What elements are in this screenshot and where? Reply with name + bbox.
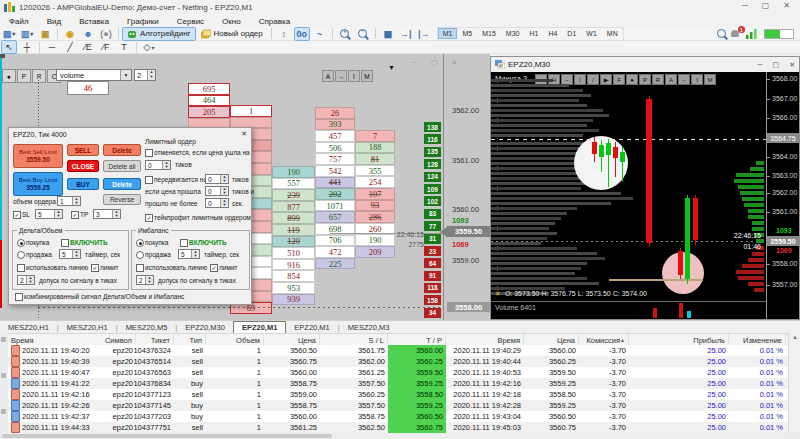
table-row[interactable]: 2020.11.11 19:44:33epz20104377751sell135… xyxy=(8,422,788,433)
zoom-out-icon[interactable]: − xyxy=(355,27,371,41)
imbalance-buy-radio[interactable] xyxy=(136,239,144,247)
open-data-window-icon[interactable]: ▣ xyxy=(37,27,53,41)
limit-cancel-checkbox[interactable] xyxy=(145,149,153,157)
scroll-up-icon[interactable]: ▲ xyxy=(792,334,798,340)
dialog-close-icon[interactable]: ✕ xyxy=(241,130,247,138)
table-row[interactable]: 2020.11.11 19:40:39epz20104376514sell135… xyxy=(8,356,788,367)
chart-tab-EPZ20,M1-5[interactable]: EPZ20,M1 xyxy=(286,322,337,333)
minimize-button[interactable]: ─ xyxy=(742,1,748,10)
timeframe-D1[interactable]: D1 xyxy=(562,28,581,39)
chart-tool-button-R[interactable]: R xyxy=(652,74,664,85)
timeframe-M30[interactable]: M30 xyxy=(501,28,525,39)
stepper-arrows[interactable]: ▲▼ xyxy=(220,187,228,195)
imbalance-limit-checkbox[interactable]: ✓ xyxy=(210,264,218,272)
zoom-in-icon[interactable]: + xyxy=(337,27,353,41)
tp-stepper[interactable]: 3 ▲▼ xyxy=(93,209,121,219)
cursor-tool-icon[interactable]: ↖ xyxy=(1,40,17,54)
menu-item-Сервис[interactable]: Сервис xyxy=(168,17,213,26)
chart-tab-MESZ20,M3-6[interactable]: MESZ20,M3 xyxy=(340,322,398,333)
menu-item-Справка[interactable]: Справка xyxy=(250,17,299,26)
chart-profiles-icon[interactable]: ▥▾ xyxy=(19,27,35,41)
new-order-button[interactable]: Новый ордер xyxy=(196,27,268,41)
chart-tool-button-P[interactable]: P xyxy=(639,74,651,85)
chart-canvas[interactable]: Минута 3+H−I/▶F●PRA→IM3568.003567.003566… xyxy=(491,72,799,319)
table-row[interactable]: 2020.11.11 19:42:37epz20104377203buy1356… xyxy=(8,411,788,422)
delta-timer-stepper[interactable]: 5 ▲▼ xyxy=(59,249,81,259)
chart-shift-icon[interactable]: |→ xyxy=(416,27,432,41)
maximize-button[interactable]: ▢ xyxy=(762,1,770,10)
stepper-arrows[interactable]: ▲▼ xyxy=(220,199,228,207)
algo-trading-button[interactable]: Алготрейдинг xyxy=(122,27,196,41)
imbalance-enable-checkbox[interactable] xyxy=(180,239,188,247)
table-row[interactable]: 2020.11.11 19:41:22epz20104376834buy1355… xyxy=(8,378,788,389)
community-account-icon[interactable]: ☻ xyxy=(80,27,96,41)
table-row[interactable]: 2020.11.11 19:42:16epz20104377123sell135… xyxy=(8,389,788,400)
chart-tool-button-▶[interactable]: ▶ xyxy=(600,74,612,85)
menu-item-Файл[interactable]: Файл xyxy=(0,17,38,26)
imbalance-sell-radio[interactable] xyxy=(136,251,144,259)
stepper-arrows[interactable]: ▲▼ xyxy=(162,161,170,169)
chart-tool-button-/[interactable]: / xyxy=(587,74,599,85)
order-volume-stepper[interactable]: 1 ▲▼ xyxy=(57,196,81,206)
sell-button[interactable]: SELL xyxy=(67,144,99,156)
delta-buy-radio[interactable] xyxy=(17,239,25,247)
delta-limit-checkbox[interactable]: ✓ xyxy=(91,264,99,272)
timeframe-M1[interactable]: M1 xyxy=(438,28,458,39)
menu-item-Графики[interactable]: Графики xyxy=(118,17,168,26)
close-button[interactable]: ✕ xyxy=(783,1,790,10)
delete-all-button[interactable]: Delete all xyxy=(103,160,141,172)
limit-cancel-stepper[interactable]: 0 ▲▼ xyxy=(145,160,171,170)
timeframe-W1[interactable]: W1 xyxy=(581,28,602,39)
chart-tab-EPZ20,M30-3[interactable]: EPZ20,M30 xyxy=(177,322,233,333)
stepper-arrows[interactable]: ▲▼ xyxy=(145,276,153,284)
deposit-icon[interactable]: ◉ xyxy=(62,27,78,41)
chart-minimize-button[interactable]: ─ xyxy=(758,61,763,69)
stepper-arrows[interactable]: ▲▼ xyxy=(72,250,80,258)
chart-tool-button-A[interactable]: A xyxy=(665,74,677,85)
delete-sell-button[interactable]: Delete xyxy=(103,144,141,156)
chart-tool-button-●[interactable]: ● xyxy=(626,74,638,85)
table-row[interactable]: 2020.11.11 19:40:20epz20104376324sell135… xyxy=(8,345,788,356)
delta-enable-checkbox[interactable] xyxy=(61,239,69,247)
menu-item-Вставка[interactable]: Вставка xyxy=(70,17,118,26)
combined-signal-checkbox[interactable] xyxy=(15,293,23,301)
horizontal-scrollbar[interactable] xyxy=(0,433,800,439)
imbalance-timer-stepper[interactable]: 5 ▲▼ xyxy=(178,249,200,259)
crosshair-tool-icon[interactable]: ┼ xyxy=(19,40,35,54)
timeframe-MN[interactable]: MN xyxy=(602,28,623,39)
fibonacci-tool-icon[interactable]: ∕F xyxy=(98,40,114,54)
table-row[interactable]: 2020.11.11 19:42:26epz20104377145buy1355… xyxy=(8,400,788,411)
chart-tab-MESZ20,H1-1[interactable]: MESZ20,H1 xyxy=(59,322,116,333)
timeframe-M5[interactable]: M5 xyxy=(457,28,477,39)
limit-if-stepper[interactable]: 0 ▲▼ xyxy=(205,186,229,196)
table-row[interactable]: 2020.11.11 19:40:47epz20104376563sell135… xyxy=(8,367,788,378)
auto-scroll-icon[interactable]: →| xyxy=(398,27,414,41)
chart-maximize-button[interactable]: ▢ xyxy=(773,61,780,69)
sl-checkbox[interactable]: ✓ xyxy=(13,211,21,219)
buy-button[interactable]: BUY xyxy=(67,178,99,190)
signals-icon[interactable]: (●) xyxy=(98,27,114,41)
delta-tolerance-stepper[interactable]: 2 ▲▼ xyxy=(17,275,35,285)
menu-item-Вид[interactable]: Вид xyxy=(38,17,70,26)
line-mode-icon[interactable]: ~ xyxy=(312,27,328,41)
dialog-title-bar[interactable]: EPZ20, Тик 4000 ✕ xyxy=(9,128,251,140)
stepper-arrows[interactable]: ▲▼ xyxy=(191,250,199,258)
stepper-arrows[interactable]: ▲▼ xyxy=(220,175,228,183)
imbalance-line-checkbox[interactable] xyxy=(136,264,144,272)
limit-move-stepper[interactable]: 0 ▲▼ xyxy=(205,174,229,184)
chart-tool-button-M[interactable]: M xyxy=(704,74,716,85)
chart-tool-button-F[interactable]: F xyxy=(613,74,625,85)
chart-tool-button-I[interactable]: I xyxy=(691,74,703,85)
timeframe-M15[interactable]: M15 xyxy=(477,28,501,39)
tile-windows-icon[interactable]: ▦ xyxy=(380,27,396,41)
bars-mode-icon[interactable]: ↕ xyxy=(276,27,292,41)
text-tool-icon[interactable]: T xyxy=(116,40,132,54)
chart-tab-MESZ20,M5-2[interactable]: MESZ20,M5 xyxy=(118,322,176,333)
close-button-dialog[interactable]: CLOSE xyxy=(67,160,99,172)
delta-line-checkbox[interactable] xyxy=(17,264,25,272)
delta-sell-radio[interactable] xyxy=(17,251,25,259)
chart-tool-button-I[interactable]: I xyxy=(574,74,586,85)
timeframe-H1[interactable]: H1 xyxy=(524,28,543,39)
timeframe-H4[interactable]: H4 xyxy=(543,28,562,39)
menu-item-Окно[interactable]: Окно xyxy=(213,17,250,26)
